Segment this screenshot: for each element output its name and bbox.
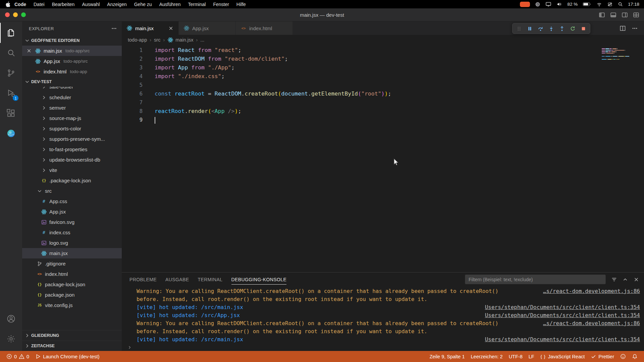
activity-source-control[interactable]	[0, 63, 22, 83]
project-root-header[interactable]: DEV-TEST	[22, 77, 122, 87]
code-editor[interactable]: 1import React from "react";2import React…	[122, 45, 644, 272]
code-line-9[interactable]: 9	[122, 116, 644, 124]
tree-item-to-fast-properties[interactable]: to-fast-properties	[22, 144, 122, 155]
tree-item-favicon-svg[interactable]: favicon.svg	[22, 217, 122, 227]
tree-item-index-css[interactable]: #index.css	[22, 227, 122, 238]
menu-anzeigen[interactable]: Anzeigen	[103, 2, 130, 7]
tree-item-vite-config-js[interactable]: JSvite.config.js	[22, 300, 122, 310]
tree-item-gitignore[interactable]: .gitignore	[22, 258, 122, 269]
step-over-button[interactable]	[536, 24, 545, 33]
tree-item-semver[interactable]: semver	[22, 103, 122, 113]
pause-button[interactable]	[525, 24, 535, 33]
zoom-window-button[interactable]	[21, 12, 26, 17]
code-line-4[interactable]: 4import "./index.css";	[122, 72, 644, 81]
minimap[interactable]	[602, 48, 629, 62]
status-indentation[interactable]: Leerzeichen: 2	[468, 351, 506, 362]
status-eol[interactable]: LF	[526, 351, 537, 362]
tab-index-html[interactable]: <>index.html	[236, 21, 293, 35]
tree-item-src[interactable]: src	[22, 186, 122, 196]
activity-explorer[interactable]	[0, 23, 22, 43]
status-formatter[interactable]: Prettier	[588, 351, 617, 362]
status-encoding[interactable]: UTF-8	[506, 351, 526, 362]
panel-tab-debugging-konsole[interactable]: DEBUGGING-KONSOLE	[227, 273, 291, 286]
close-editor-icon[interactable]	[26, 48, 32, 54]
open-editor-main-jsx[interactable]: main.jsxtodo-app/src	[22, 46, 122, 56]
code-content[interactable]: 1import React from "react";2import React…	[122, 45, 644, 124]
console-source-link[interactable]: Users/stephan/Documents/src/client/clien…	[485, 303, 640, 311]
menu-hilfe[interactable]: Hilfe	[233, 2, 250, 7]
filter-options-icon[interactable]	[611, 277, 617, 283]
code-line-3[interactable]: 3import App from "./App";	[122, 63, 644, 72]
breadcrumb-item-todo-app[interactable]: todo-app	[128, 37, 147, 43]
tree-item-package-json[interactable]: {}package.json	[22, 290, 122, 300]
open-editor-app-jsx[interactable]: App.jsxtodo-app/src	[22, 56, 122, 66]
tree-item-main-jsx[interactable]: main.jsx	[22, 248, 122, 258]
battery-icon[interactable]	[583, 2, 591, 6]
tree-item-supports-preserve-sym[interactable]: supports-preserve-sym...	[22, 134, 122, 144]
tree-item-index-html[interactable]: <>index.html	[22, 269, 122, 279]
activity-account[interactable]	[0, 309, 22, 329]
status-cursor-position[interactable]: Zeile 9, Spalte 1	[427, 351, 468, 362]
menu-auswahl[interactable]: Auswahl	[78, 2, 103, 7]
debug-console-output[interactable]: Warning: You are calling ReactDOMClient.…	[122, 286, 644, 351]
menubar-clock[interactable]: 17:18	[628, 2, 639, 7]
menu-app-code[interactable]: Code	[11, 2, 30, 7]
tree-item-source-map-js[interactable]: source-map-js	[22, 113, 122, 123]
minimize-window-button[interactable]	[13, 12, 18, 17]
tree-item-package-lock-json[interactable]: {}package-lock.json	[22, 279, 122, 290]
activity-extensions[interactable]	[0, 103, 22, 123]
tree-item-vite[interactable]: vite	[22, 165, 122, 175]
status-language-mode[interactable]: { }JavaScript React	[537, 351, 588, 362]
maximize-panel-icon[interactable]	[622, 277, 628, 283]
code-line-7[interactable]: 7	[122, 98, 644, 107]
tree-item-package-lock-json[interactable]: {}.package-lock.json	[22, 175, 122, 186]
menu-datei[interactable]: Datei	[30, 2, 48, 7]
restart-button[interactable]	[568, 24, 578, 33]
tree-item-supports-color[interactable]: supports-color	[22, 123, 122, 134]
tree-item-safe-buffer[interactable]: safe-buffer	[22, 87, 122, 92]
toggle-primary-sidebar-button[interactable]	[599, 12, 605, 18]
toggle-secondary-sidebar-button[interactable]	[622, 12, 628, 18]
control-center-icon[interactable]	[607, 2, 613, 7]
tree-item-app-css[interactable]: #App.css	[22, 196, 122, 206]
screen-recording-indicator[interactable]	[520, 2, 530, 7]
console-filter-input[interactable]	[465, 275, 606, 284]
step-into-button[interactable]	[546, 24, 556, 33]
tree-item-update-browserslist-db[interactable]: update-browserslist-db	[22, 155, 122, 165]
volume-icon[interactable]	[556, 2, 562, 7]
console-source-link[interactable]: …s/react-dom.development.js:86	[543, 319, 640, 327]
breadcrumb-item-src[interactable]: src	[154, 37, 160, 43]
step-out-button[interactable]	[557, 24, 567, 33]
split-editor-button[interactable]	[620, 25, 626, 32]
menu-terminal[interactable]: Terminal	[184, 2, 209, 7]
panel-tab-probleme[interactable]: PROBLEME	[125, 273, 161, 286]
display-icon[interactable]	[545, 2, 551, 7]
status-debug-launch[interactable]: Launch Chrome (dev-test)	[32, 351, 102, 362]
assistant-icon[interactable]	[535, 2, 540, 7]
code-line-5[interactable]: 5	[122, 81, 644, 89]
gripper-button[interactable]	[514, 24, 524, 33]
code-line-1[interactable]: 1import React from "react";	[122, 46, 644, 55]
more-actions-button[interactable]	[632, 25, 638, 32]
activity-search[interactable]	[0, 43, 22, 63]
menu-gehe-zu[interactable]: Gehe zu	[130, 2, 156, 7]
debug-toolbar[interactable]	[512, 23, 590, 34]
open-editor-index-html[interactable]: <>index.htmltodo-app	[22, 66, 122, 77]
code-line-2[interactable]: 2import ReactDOM from "react-dom/client"…	[122, 55, 644, 63]
menu-bearbeiten[interactable]: Bearbeiten	[48, 2, 78, 7]
tree-item-scheduler[interactable]: scheduler	[22, 92, 122, 103]
panel-tab-terminal[interactable]: TERMINAL	[194, 273, 227, 286]
spotlight-icon[interactable]	[618, 2, 623, 7]
customize-layout-button[interactable]	[633, 12, 639, 18]
panel-tab-ausgabe[interactable]: AUSGABE	[161, 273, 194, 286]
console-source-link[interactable]: Users/stephan/Documents/src/client/clien…	[485, 336, 640, 344]
activity-browser-preview[interactable]	[0, 123, 22, 143]
status-notifications[interactable]	[629, 351, 641, 362]
code-line-6[interactable]: 6const reactRoot = ReactDOM.createRoot(d…	[122, 89, 644, 98]
breadcrumb[interactable]: todo-app›src›main.jsx›...	[122, 35, 644, 45]
tree-item-logo-svg[interactable]: logo.svg	[22, 238, 122, 248]
window-titlebar[interactable]: main.jsx — dev-test	[0, 8, 644, 21]
wifi-icon[interactable]	[596, 2, 602, 7]
menu-fenster[interactable]: Fenster	[209, 2, 232, 7]
console-source-link[interactable]: Users/stephan/Documents/src/client/clien…	[485, 311, 640, 319]
